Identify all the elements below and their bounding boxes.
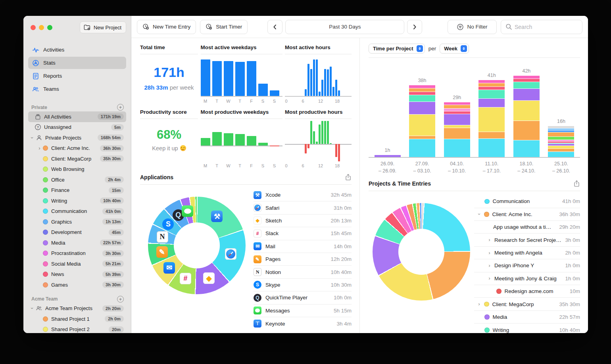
project-name: Research for Secret Proje…: [494, 237, 562, 243]
sidebar-item-activities[interactable]: Activities: [28, 44, 126, 56]
app-row-xcode[interactable]: ⚒Xcode32h 45m: [254, 189, 352, 201]
sidebar-item-development[interactable]: Development45m: [28, 227, 126, 238]
app-row-sketch[interactable]: ◆Sketch20h 13m: [254, 215, 352, 227]
new-time-entry-button[interactable]: New Time Entry: [137, 20, 196, 34]
app-row-mail[interactable]: ✉Mail14h 0m: [254, 240, 352, 253]
project-color-dot: [484, 302, 489, 307]
item-label: News: [51, 271, 102, 277]
notion-app-icon: N: [157, 231, 168, 243]
sidebar-item-games[interactable]: Games3h 30m: [28, 280, 126, 290]
project-row-communication[interactable]: Communication41h 0m: [474, 195, 580, 208]
sidebar-item-stats[interactable]: Stats: [28, 57, 126, 69]
app-row-keynote[interactable]: ⊤Keynote3h 4m: [254, 317, 352, 330]
sidebar-item-media[interactable]: Media22h 57m: [28, 238, 126, 248]
project-row-meeting-with-jony-craig[interactable]: ›Meeting with Jony & Craig1h 0m: [474, 272, 580, 285]
stacked-bar: [409, 85, 435, 157]
previous-period-button[interactable]: [267, 20, 282, 34]
new-project-button[interactable]: New Project: [80, 21, 126, 33]
sidebar-item-client-acme-inc[interactable]: ›Client: Acme Inc.36h 30m: [28, 143, 126, 154]
sidebar-item-procrastination[interactable]: Procrastination3h 30m: [28, 248, 126, 259]
project-row-research-for-secret-proje[interactable]: ›Research for Secret Proje…3h 0m: [474, 234, 580, 246]
sidebar-item-teams[interactable]: Teams: [28, 83, 126, 95]
metric-select[interactable]: Time per Project: [369, 44, 425, 54]
sidebar-item-writing[interactable]: Writing10h 40m: [28, 195, 126, 206]
chevron-right-icon[interactable]: ›: [37, 145, 42, 151]
item-label: Writing: [51, 198, 100, 204]
applications-share-button[interactable]: [345, 174, 352, 181]
item-label: Social Media: [51, 261, 102, 267]
project-color-dot: [43, 230, 48, 235]
skype-app-icon: S: [254, 281, 261, 289]
sidebar-item-web-browsing[interactable]: Web Browsing: [28, 164, 126, 175]
app-name: Messages: [265, 308, 330, 314]
close-window-button[interactable]: [31, 25, 36, 30]
sidebar-item-client-megacorp[interactable]: Client: MegaCorp35h 30m: [28, 153, 126, 164]
minimize-window-button[interactable]: [39, 25, 44, 30]
project-row-writing[interactable]: Writing10h 40m: [474, 324, 580, 333]
start-timer-label: Start Timer: [216, 24, 242, 30]
app-row-safari[interactable]: Safari31h 0m: [254, 201, 352, 214]
period-selector[interactable]: Past 30 Days: [285, 20, 404, 34]
safari-icon: [225, 248, 236, 260]
sidebar-item-social-media[interactable]: Social Media5h 21m: [28, 259, 126, 269]
project-row-redesign-acme-com[interactable]: Redesign acme.com10m: [474, 285, 580, 298]
sidebar-item-unassigned[interactable]: ?Unassigned5m: [28, 122, 126, 133]
project-row-client-megacorp[interactable]: ›Client: MegaCorp35h 30m: [474, 298, 580, 310]
total-time-title: Total time: [140, 44, 198, 54]
app-row-pages[interactable]: ✎Pages12h 20m: [254, 253, 352, 266]
chevron-down-icon[interactable]: ›: [477, 211, 482, 217]
start-timer-button[interactable]: Start Timer: [200, 20, 248, 34]
project-row-design-iphone-y[interactable]: ›Design iPhone Y1h 0m: [474, 259, 580, 272]
chevron-right-icon[interactable]: ›: [487, 276, 492, 281]
sidebar-item-graphics[interactable]: Graphics1h 13m: [28, 216, 126, 227]
project-row-media[interactable]: Media22h 57m: [474, 311, 580, 324]
project-color-dot: [43, 156, 48, 161]
projects-share-button[interactable]: [573, 180, 580, 187]
project-name: Meeting with Jony & Craig: [494, 276, 562, 282]
sidebar-item-finance[interactable]: Finance15m: [28, 185, 126, 196]
chevron-right-icon[interactable]: ›: [487, 263, 492, 268]
chevron-down-icon[interactable]: ›: [30, 135, 35, 141]
app-row-messages[interactable]: Messages5h 15m: [254, 305, 352, 317]
next-period-button[interactable]: [407, 20, 422, 34]
project-row-meeting-with-angela[interactable]: ›Meeting with Angela2h 0m: [474, 247, 580, 259]
productivity-title: Productivity score: [140, 109, 198, 119]
stacked-bar: [513, 76, 540, 157]
sidebar-item-shared-project-2[interactable]: Shared Project 220m: [28, 324, 126, 333]
add-project-icon[interactable]: +: [117, 296, 124, 303]
sidebar-item-news[interactable]: News5h 39m: [28, 269, 126, 280]
app-time: 32h 45m: [330, 192, 352, 198]
chevron-right-icon[interactable]: ›: [477, 301, 482, 307]
project-color-dot: [43, 177, 48, 182]
sidebar-item-acme-team-projects[interactable]: ›Acme Team Projects2h 20m: [28, 303, 126, 314]
bar-total-label: 1h: [385, 148, 390, 153]
smiley-icon: [180, 145, 186, 151]
chevron-down-icon[interactable]: ›: [30, 305, 35, 311]
chevron-right-icon[interactable]: ›: [487, 250, 492, 256]
pages-app-icon: ✎: [254, 255, 261, 263]
sidebar-item-communication[interactable]: Communication41h 0m: [28, 206, 126, 217]
sidebar-item-shared-project-1[interactable]: Shared Project 12h 0m: [28, 314, 126, 324]
filter-button[interactable]: No Filter: [448, 20, 497, 34]
project-color-dot: [484, 314, 490, 320]
zoom-window-button[interactable]: [47, 25, 52, 30]
sidebar-item-reports[interactable]: Reports: [28, 70, 126, 82]
filter-label: No Filter: [467, 24, 487, 30]
app-name: Pages: [265, 256, 327, 262]
app-row-skype[interactable]: SSkype10h 30m: [254, 279, 352, 291]
app-row-quicktime-player[interactable]: QQuickTime Player10h 0m: [254, 291, 352, 304]
app-row-slack[interactable]: #Slack15h 45m: [254, 227, 352, 240]
sidebar-item-all-activities[interactable]: All Activities171h 19m: [28, 111, 126, 122]
add-project-icon[interactable]: +: [117, 104, 124, 111]
project-row-app-usage-without-a-ti[interactable]: App usage without a ti…29h 20m: [474, 221, 580, 234]
app-row-notion[interactable]: NNotion10h 40m: [254, 266, 352, 278]
chevron-right-icon[interactable]: ›: [487, 237, 492, 243]
search-input[interactable]: [515, 24, 578, 30]
stacked-bar: [548, 126, 574, 157]
interval-select[interactable]: Week: [440, 44, 469, 54]
search-field[interactable]: [501, 20, 582, 34]
project-row-client-acme-inc[interactable]: ›Client: Acme Inc.36h 30m: [474, 208, 580, 221]
app-time: 31h 0m: [334, 205, 352, 211]
sidebar-item-private-projects[interactable]: ›Private Projects168h 54m: [28, 132, 126, 143]
sidebar-item-office[interactable]: Office2h 4m: [28, 174, 126, 185]
